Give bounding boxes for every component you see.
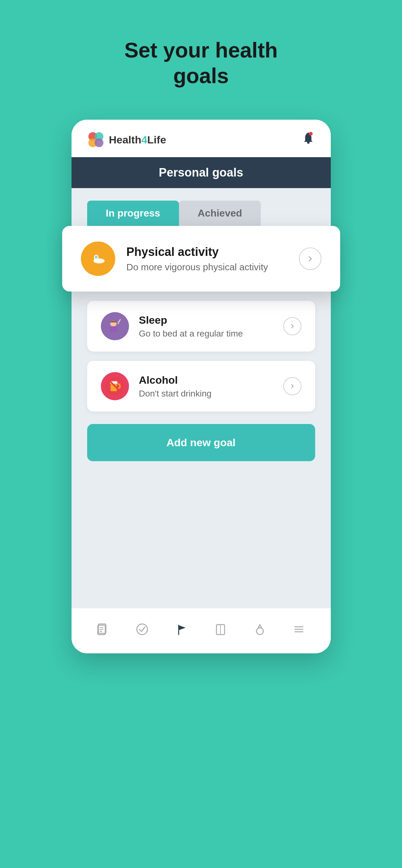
logo-area: Health4Life [87, 131, 166, 148]
logo-icon [87, 131, 105, 148]
alcohol-desc: Don't start drinking [139, 389, 212, 399]
alcohol-arrow[interactable] [283, 377, 302, 395]
physical-activity-card[interactable]: Physical activity Do more vigorous physi… [62, 226, 340, 291]
physical-activity-content: Physical activity Do more vigorous physi… [126, 245, 288, 273]
empty-content-area [87, 467, 315, 592]
sleep-content: Sleep Go to bed at a regular time [139, 314, 243, 339]
nav-item-medal[interactable] [247, 620, 273, 642]
check-icon [135, 623, 149, 639]
svg-text:z: z [120, 318, 121, 321]
goals-icon [175, 623, 188, 639]
alcohol-icon [101, 372, 129, 400]
svg-point-26 [137, 624, 148, 634]
phone-frame: Health4Life Personal goals In progress A… [71, 120, 331, 653]
physical-activity-arrow[interactable] [299, 247, 321, 270]
medal-icon [253, 623, 267, 639]
book-icon [214, 623, 227, 639]
svg-point-5 [309, 132, 313, 135]
physical-activity-desc: Do more vigorous physical activity [126, 262, 288, 273]
alcohol-card[interactable]: Alcohol Don't start drinking [87, 361, 315, 411]
nav-item-notes[interactable] [90, 620, 116, 642]
tab-in-progress[interactable]: In progress [87, 200, 179, 226]
alcohol-content: Alcohol Don't start drinking [139, 374, 212, 399]
svg-point-4 [307, 141, 310, 144]
nav-item-goals[interactable] [169, 620, 194, 642]
app-header: Health4Life [71, 120, 331, 157]
tabs-container: In progress Achieved [71, 188, 331, 226]
nav-item-check[interactable] [129, 620, 155, 642]
notes-icon [96, 623, 110, 639]
sleep-desc: Go to bed at a regular time [139, 329, 243, 339]
add-goal-button[interactable]: Add new goal [87, 424, 315, 461]
sleep-card[interactable]: z z z Sleep Go to bed at a regular time [87, 301, 315, 351]
bottom-nav [71, 608, 331, 653]
sleep-title: Sleep [139, 314, 243, 326]
featured-card-wrapper: Physical activity Do more vigorous physi… [62, 226, 340, 291]
physical-activity-icon [81, 242, 115, 276]
svg-point-31 [256, 628, 263, 634]
svg-point-3 [95, 138, 103, 147]
page-title: Set your health goals [124, 37, 278, 88]
logo-text: Health4Life [109, 134, 166, 146]
tab-achieved[interactable]: Achieved [179, 200, 261, 226]
nav-item-menu[interactable] [286, 620, 312, 642]
nav-item-book[interactable] [208, 620, 233, 642]
goals-header-bar: Personal goals [71, 157, 331, 188]
physical-activity-title: Physical activity [126, 245, 288, 259]
sleep-icon: z z z [101, 312, 129, 340]
svg-rect-13 [110, 326, 117, 332]
goals-header-title: Personal goals [159, 166, 243, 179]
sleep-arrow[interactable] [283, 317, 302, 335]
alcohol-title: Alcohol [139, 374, 212, 386]
svg-marker-28 [179, 625, 186, 630]
menu-icon [292, 623, 306, 639]
content-area: z z z Sleep Go to bed at a regular time [71, 291, 331, 608]
bell-icon[interactable] [302, 131, 315, 148]
